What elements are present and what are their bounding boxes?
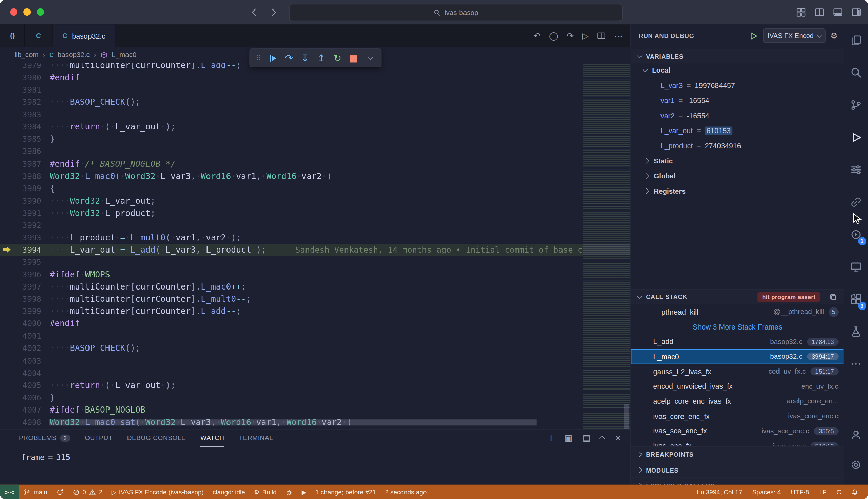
breadcrumb-item[interactable]: lib_com xyxy=(15,51,39,59)
code-text[interactable]: ····return·(·L_var_out·); xyxy=(41,121,583,133)
panel-tab-output[interactable]: OUTPUT xyxy=(85,429,112,447)
code-text[interactable]: { xyxy=(41,182,583,194)
line-number[interactable]: 4007 xyxy=(0,404,41,416)
panel-tab-problems[interactable]: PROBLEMS2 xyxy=(19,429,70,447)
code-text[interactable]: ····multiCounter[currCounter].L_add--; xyxy=(41,305,583,317)
start-debug-icon[interactable] xyxy=(749,31,758,40)
line-number[interactable]: 4000 xyxy=(0,318,41,330)
scope-global[interactable]: Global xyxy=(631,169,844,183)
line-number[interactable]: 3998 xyxy=(0,293,41,305)
code-text[interactable]: ····Word32·L_var_out; xyxy=(41,195,583,207)
code-text[interactable] xyxy=(41,109,583,121)
line-number[interactable]: 3982 xyxy=(0,96,41,108)
more-actions-icon[interactable]: ⋯ xyxy=(614,31,623,41)
line-number[interactable]: 4008 xyxy=(0,416,41,428)
status-cmake-launch[interactable]: ▶ xyxy=(297,485,311,499)
code-text[interactable]: ····L_product·=·L_mult0(·var1,·var2·); xyxy=(41,232,583,244)
panel-tab-debug-console[interactable]: DEBUG CONSOLE xyxy=(127,429,186,447)
activity-testing[interactable] xyxy=(844,319,868,343)
tab-basop32[interactable]: C basop32.c xyxy=(52,24,116,47)
code-text[interactable] xyxy=(41,330,583,342)
line-number[interactable]: 3997 xyxy=(0,281,41,293)
breadcrumb-item[interactable]: basop32.c xyxy=(58,51,90,59)
status-remote-indicator[interactable]: >< xyxy=(0,485,19,499)
line-number[interactable]: 3993 xyxy=(0,232,41,244)
code-text[interactable] xyxy=(41,256,583,268)
tab-pinned-json[interactable]: {} xyxy=(0,24,25,47)
code-text[interactable] xyxy=(41,355,583,367)
panel-tab-terminal[interactable]: TERMINAL xyxy=(239,429,273,447)
activity-source-control[interactable] xyxy=(844,93,868,117)
close-panel-icon[interactable]: × xyxy=(614,433,622,443)
status-cmake-build[interactable]: ⚙Build xyxy=(249,485,281,499)
line-number[interactable]: 4006 xyxy=(0,391,41,403)
status-language-mode[interactable]: C xyxy=(832,485,846,499)
stack-frame[interactable]: acelp_core_enc_ivas_fxacelp_core_en... xyxy=(631,394,844,409)
status-notifications[interactable] xyxy=(846,485,864,499)
line-number[interactable]: 3986 xyxy=(0,145,41,157)
activity-search[interactable] xyxy=(844,60,868,85)
line-number[interactable]: 3988 xyxy=(0,170,41,182)
scope-static[interactable]: Static xyxy=(631,153,844,168)
line-number[interactable]: 3992 xyxy=(0,219,41,231)
variable-row[interactable]: var2=-16554 xyxy=(631,108,844,123)
code-text[interactable]: } xyxy=(41,133,583,145)
tab-pinned-c[interactable]: C xyxy=(25,24,52,47)
line-number[interactable]: 3984 xyxy=(0,121,41,133)
activity-explorer[interactable] xyxy=(844,28,868,52)
code-text[interactable]: ····return·(·L_var_out·); xyxy=(41,379,583,391)
split-editor-icon[interactable] xyxy=(597,31,606,40)
minimize-window-button[interactable] xyxy=(23,9,30,16)
variable-row[interactable]: L_product=274034916 xyxy=(631,138,844,153)
code-text[interactable]: #ifdef·WMOPS xyxy=(41,268,583,280)
stop-button[interactable]: ■ xyxy=(346,51,361,65)
activity-settings[interactable] xyxy=(844,452,868,477)
toggle-annotations-icon[interactable]: ◯ xyxy=(549,31,559,41)
code-text[interactable]: #endif·/* BASOP_NOGLOB */ xyxy=(41,158,583,170)
status-clangd-status[interactable]: clangd: idle xyxy=(208,485,249,499)
status-indentation[interactable]: Spaces: 4 xyxy=(747,485,786,499)
variable-row[interactable]: var1=-16554 xyxy=(631,93,844,108)
status-problems[interactable]: 02 xyxy=(68,485,107,499)
debug-settings-gear-icon[interactable]: ⚙ xyxy=(830,31,838,41)
code-text[interactable]: ····Word32·L_product; xyxy=(41,207,583,219)
section-header-excluded-callers[interactable]: EXCLUDED CALLERS xyxy=(631,477,844,484)
section-header-modules[interactable]: MODULES xyxy=(631,462,844,477)
status-scm-status[interactable]: 1 change; before #21 xyxy=(311,485,380,499)
command-center-search[interactable]: ivas-basop xyxy=(289,4,623,21)
code-text[interactable]: Word32·L_mac0(·Word32·L_var3,·Word16·var… xyxy=(41,170,583,182)
next-change-icon[interactable]: ↷ xyxy=(566,31,574,41)
status-git-branch[interactable]: main xyxy=(19,485,52,499)
line-number[interactable]: 4003 xyxy=(0,355,41,367)
activity-debug-session[interactable]: 1 xyxy=(844,222,868,246)
variables-section-header[interactable]: VARIABLES xyxy=(631,49,844,64)
copy-panel-icon[interactable]: ▤ xyxy=(583,433,590,443)
activity-live-share[interactable] xyxy=(844,190,868,214)
forward-icon[interactable] xyxy=(269,7,279,17)
code-text[interactable]: } xyxy=(41,391,583,403)
section-header-breakpoints[interactable]: BREAKPOINTS xyxy=(631,446,844,462)
watch-expression-row[interactable]: frame=315 xyxy=(21,453,71,462)
activity-remote-screen[interactable] xyxy=(844,254,868,279)
line-number[interactable]: 3983 xyxy=(0,109,41,121)
activity-extensions[interactable]: 3 xyxy=(844,287,868,311)
line-number[interactable]: 3991 xyxy=(0,207,41,219)
collapse-panel-icon[interactable] xyxy=(600,435,604,440)
add-watch-icon[interactable]: + xyxy=(548,433,555,443)
vertical-scrollbar[interactable] xyxy=(624,404,629,429)
line-number[interactable]: 4001 xyxy=(0,330,41,342)
code-text[interactable] xyxy=(41,145,583,157)
call-stack-section-header[interactable]: CALL STACK hit program assert xyxy=(631,289,844,304)
code-text[interactable]: ····multiCounter[currCounter].L_mac0++; xyxy=(41,281,583,293)
line-number[interactable]: 3987 xyxy=(0,158,41,170)
layout-panel-icon[interactable] xyxy=(833,7,843,17)
stack-frame[interactable]: ivas_core_enc_fxivas_core_enc.c xyxy=(631,409,844,424)
zoom-window-button[interactable] xyxy=(37,9,44,16)
back-icon[interactable] xyxy=(249,7,259,17)
activity-accounts[interactable] xyxy=(844,422,868,447)
line-number[interactable]: 3981 xyxy=(0,84,41,96)
show-more-stack-frames-link[interactable]: Show 3 More Stack Frames xyxy=(631,319,844,334)
code-text[interactable]: ····L_var_out·=·L_add(·L_var3,·L_product… xyxy=(41,244,583,256)
status-debug-target[interactable]: ▷IVAS FX Encode (ivas-basop) xyxy=(107,485,208,499)
status-sync-changes[interactable] xyxy=(52,485,68,499)
